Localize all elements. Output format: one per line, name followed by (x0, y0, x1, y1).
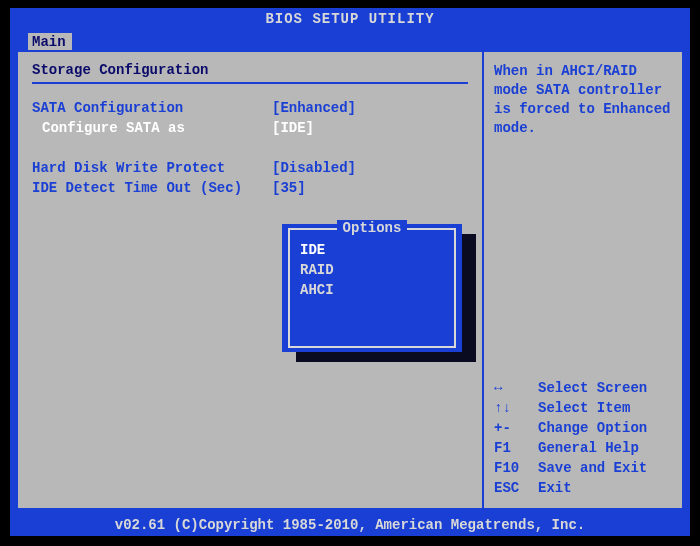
key-help: ↔Select Screen ↑↓Select Item +-Change Op… (494, 378, 672, 498)
popup-title: Options (290, 220, 454, 236)
work-area: Storage Configuration SATA Configuration… (16, 50, 684, 510)
row-write-protect[interactable]: Hard Disk Write Protect [Disabled] (32, 158, 468, 178)
key-desc: General Help (538, 438, 639, 458)
key-arrows-lr: ↔ (494, 378, 538, 398)
value-write-protect: [Disabled] (272, 158, 468, 178)
value-configure-sata-as: [IDE] (272, 118, 468, 138)
key-desc: Select Screen (538, 378, 647, 398)
popup-item-raid[interactable]: RAID (300, 260, 444, 280)
label-write-protect: Hard Disk Write Protect (32, 158, 272, 178)
value-sata-configuration: [Enhanced] (272, 98, 468, 118)
popup-item-ide[interactable]: IDE (300, 240, 444, 260)
section-title: Storage Configuration (32, 62, 468, 78)
key-row: ESCExit (494, 478, 672, 498)
key-row: +-Change Option (494, 418, 672, 438)
spacer (32, 138, 468, 158)
value-detect-timeout: [35] (272, 178, 468, 198)
bios-screen: BIOS SETUP UTILITY Main Storage Configur… (10, 8, 690, 536)
popup-border: Options IDE RAID AHCI (288, 228, 456, 348)
options-popup: Options IDE RAID AHCI (282, 224, 462, 352)
footer: v02.61 (C)Copyright 1985-2010, American … (10, 514, 690, 536)
help-panel: When in AHCI/RAID mode SATA controller i… (482, 52, 682, 508)
key-row: F10Save and Exit (494, 458, 672, 478)
row-detect-timeout[interactable]: IDE Detect Time Out (Sec) [35] (32, 178, 468, 198)
key-f1: F1 (494, 438, 538, 458)
label-sata-configuration: SATA Configuration (32, 98, 272, 118)
popup-items: IDE RAID AHCI (290, 230, 454, 304)
key-arrows-ud: ↑↓ (494, 398, 538, 418)
footer-text: v02.61 (C)Copyright 1985-2010, American … (115, 517, 585, 533)
key-row: ↔Select Screen (494, 378, 672, 398)
row-sata-configuration[interactable]: SATA Configuration [Enhanced] (32, 98, 468, 118)
row-configure-sata-as[interactable]: Configure SATA as [IDE] (32, 118, 468, 138)
key-row: F1General Help (494, 438, 672, 458)
divider (32, 82, 468, 84)
help-text: When in AHCI/RAID mode SATA controller i… (494, 62, 672, 138)
key-f10: F10 (494, 458, 538, 478)
main-panel: Storage Configuration SATA Configuration… (18, 52, 482, 508)
key-desc: Exit (538, 478, 572, 498)
key-plus-minus: +- (494, 418, 538, 438)
title-bar: BIOS SETUP UTILITY (10, 8, 690, 30)
key-esc: ESC (494, 478, 538, 498)
label-detect-timeout: IDE Detect Time Out (Sec) (32, 178, 272, 198)
key-desc: Select Item (538, 398, 630, 418)
popup-item-ahci[interactable]: AHCI (300, 280, 444, 300)
tab-row: Main (10, 30, 690, 50)
key-row: ↑↓Select Item (494, 398, 672, 418)
tab-main[interactable]: Main (28, 33, 72, 50)
key-desc: Save and Exit (538, 458, 647, 478)
window-title: BIOS SETUP UTILITY (265, 11, 434, 27)
label-configure-sata-as: Configure SATA as (32, 118, 272, 138)
key-desc: Change Option (538, 418, 647, 438)
